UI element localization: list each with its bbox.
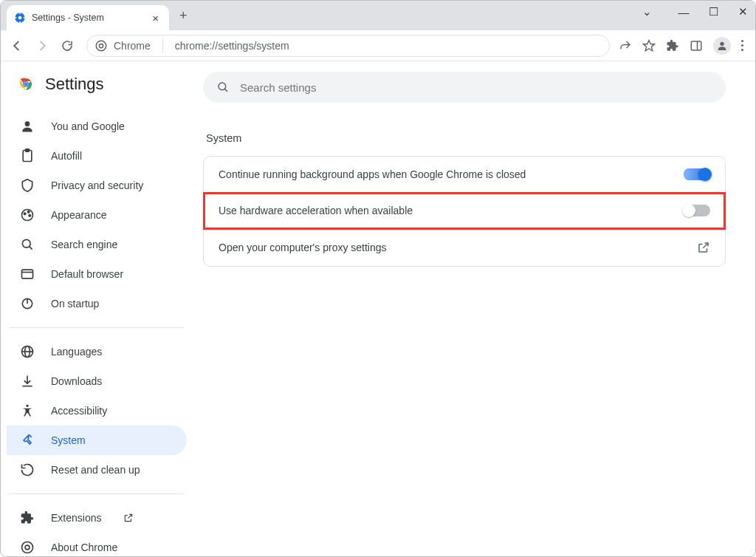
svg-point-23 <box>22 239 30 247</box>
search-input[interactable] <box>240 81 712 94</box>
profile-avatar[interactable] <box>713 37 731 55</box>
browser-toolbar: Chrome chrome://settings/system <box>1 30 755 61</box>
svg-line-36 <box>128 514 132 518</box>
svg-point-38 <box>25 545 30 550</box>
forward-button[interactable] <box>32 35 52 56</box>
sidebar-item-search-engine[interactable]: Search engine <box>7 230 187 259</box>
bookmark-star-icon[interactable] <box>642 39 656 52</box>
svg-point-21 <box>27 211 30 213</box>
window-close-button[interactable]: ✕ <box>735 5 751 18</box>
browser-icon <box>20 267 35 281</box>
setting-label: Continue running background apps when Go… <box>219 168 526 180</box>
svg-point-6 <box>96 41 106 51</box>
sidebar-item-label: System <box>51 434 86 446</box>
svg-line-40 <box>224 89 227 92</box>
svg-point-34 <box>26 405 28 407</box>
svg-rect-25 <box>22 270 33 278</box>
extensions-puzzle-icon[interactable] <box>666 39 679 52</box>
sidebar-divider <box>10 327 184 328</box>
sidebar-item-label: On startup <box>51 298 99 310</box>
svg-line-35 <box>30 435 32 437</box>
sidebar-item-label: About Chrome <box>51 541 117 553</box>
clipboard-icon <box>20 148 35 163</box>
wrench-icon <box>20 433 35 448</box>
sidebar-item-label: Search engine <box>51 239 117 250</box>
settings-main: System Continue running background apps … <box>193 61 755 557</box>
tab-close-icon[interactable]: × <box>149 12 162 24</box>
svg-marker-8 <box>644 40 655 50</box>
person-icon <box>20 119 35 134</box>
window-titlebar: Settings - System × + ⌄ — ☐ ✕ <box>1 1 755 30</box>
sidebar-item-extensions[interactable]: Extensions <box>7 503 187 533</box>
sidebar-item-label: You and Google <box>51 120 125 132</box>
svg-point-1 <box>18 16 22 20</box>
sidebar-divider <box>10 493 184 494</box>
toggle-switch[interactable] <box>684 168 710 180</box>
search-icon <box>20 237 35 252</box>
svg-point-20 <box>24 213 26 215</box>
setting-label: Use hardware acceleration when available <box>219 205 413 216</box>
sidebar-item-label: Downloads <box>51 375 102 387</box>
browser-tab[interactable]: Settings - System × <box>7 5 169 30</box>
sidebar-item-label: Languages <box>51 346 102 358</box>
settings-sidebar: Settings You and GoogleAutofillPrivacy a… <box>1 61 193 557</box>
svg-rect-9 <box>691 41 701 50</box>
site-info-icon[interactable] <box>94 39 108 52</box>
sidebar-item-label: Accessibility <box>51 405 107 417</box>
search-icon <box>216 81 230 94</box>
chrome-outline-icon <box>20 540 35 555</box>
setting-label: Open your computer's proxy settings <box>219 242 387 253</box>
sidebar-item-default-browser[interactable]: Default browser <box>7 259 187 289</box>
toggle-switch[interactable] <box>684 205 710 216</box>
settings-search[interactable] <box>203 72 726 103</box>
sidebar-item-privacy-and-security[interactable]: Privacy and security <box>7 171 187 200</box>
globe-icon <box>20 344 35 359</box>
system-settings-card: Continue running background apps when Go… <box>203 156 726 267</box>
svg-line-24 <box>30 247 32 250</box>
shield-icon <box>20 178 35 193</box>
sidebar-item-appearance[interactable]: Appearance <box>7 200 187 230</box>
section-heading: System <box>206 132 726 144</box>
sidebar-item-autofill[interactable]: Autofill <box>7 141 187 171</box>
svg-line-41 <box>703 243 708 248</box>
tab-search-icon[interactable]: ⌄ <box>639 5 655 18</box>
svg-point-7 <box>99 44 103 47</box>
chrome-logo-icon <box>17 75 35 93</box>
sidebar-item-downloads[interactable]: Downloads <box>7 366 187 396</box>
share-icon[interactable] <box>619 39 632 52</box>
sidebar-item-system[interactable]: System <box>7 426 187 455</box>
address-divider <box>162 39 163 52</box>
sidebar-item-label: Privacy and security <box>51 180 143 191</box>
setting-row-1: Use hardware acceleration when available <box>204 193 725 229</box>
address-url: chrome://settings/system <box>175 40 289 52</box>
puzzle-icon <box>20 510 35 525</box>
window-minimize-button[interactable]: — <box>676 6 692 18</box>
window-maximize-button[interactable]: ☐ <box>705 5 721 18</box>
reload-button[interactable] <box>57 35 78 56</box>
sidebar-item-label: Autofill <box>51 150 82 162</box>
setting-row-2[interactable]: Open your computer's proxy settings <box>204 229 725 266</box>
settings-favicon-icon <box>14 12 26 24</box>
sidebar-item-you-and-google[interactable]: You and Google <box>7 112 187 141</box>
svg-rect-18 <box>26 149 30 151</box>
svg-point-39 <box>219 83 226 90</box>
browser-menu-button[interactable] <box>741 40 743 51</box>
svg-point-22 <box>29 215 31 217</box>
side-panel-icon[interactable] <box>690 39 703 52</box>
new-tab-button[interactable]: + <box>179 8 188 24</box>
address-bar[interactable]: Chrome chrome://settings/system <box>86 35 610 57</box>
sidebar-item-on-startup[interactable]: On startup <box>7 289 187 318</box>
setting-row-0: Continue running background apps when Go… <box>204 157 725 193</box>
svg-point-11 <box>720 41 724 45</box>
sidebar-item-about-chrome[interactable]: About Chrome <box>7 533 187 557</box>
back-button[interactable] <box>7 35 27 56</box>
sidebar-item-reset-and-clean-up[interactable]: Reset and clean up <box>7 455 187 485</box>
reset-icon <box>20 462 35 477</box>
sidebar-item-accessibility[interactable]: Accessibility <box>7 396 187 426</box>
svg-point-37 <box>22 542 33 553</box>
power-icon <box>20 296 35 311</box>
svg-point-15 <box>24 83 28 86</box>
external-link-icon <box>123 513 134 523</box>
svg-point-16 <box>25 121 30 126</box>
sidebar-item-languages[interactable]: Languages <box>7 337 187 366</box>
